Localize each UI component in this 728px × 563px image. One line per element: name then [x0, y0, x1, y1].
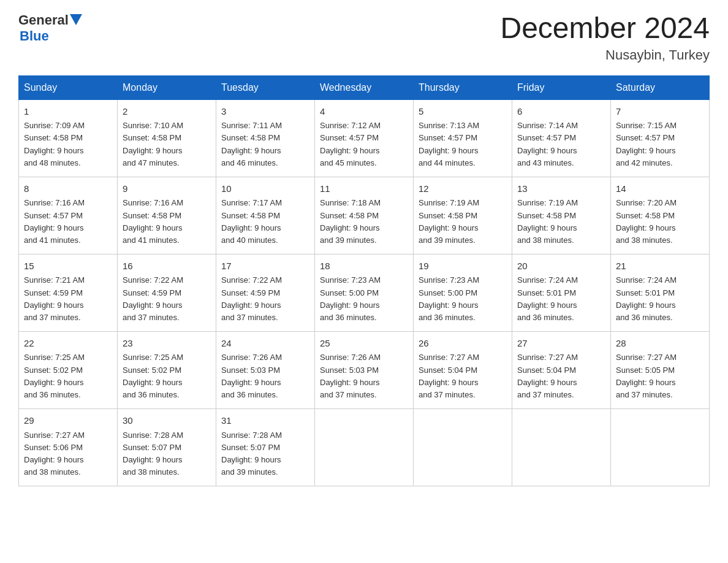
day-info: Sunrise: 7:28 AMSunset: 5:07 PMDaylight:… [221, 429, 309, 479]
day-info: Sunrise: 7:26 AMSunset: 5:03 PMDaylight:… [221, 351, 309, 401]
page-header: General Blue December 2024 Nusaybin, Tur… [18, 12, 710, 63]
day-cell: 5 Sunrise: 7:13 AMSunset: 4:57 PMDayligh… [414, 99, 512, 177]
day-number: 30 [123, 414, 211, 428]
day-cell: 13 Sunrise: 7:19 AMSunset: 4:58 PMDaylig… [512, 177, 611, 254]
day-cell [512, 409, 611, 486]
day-cell [611, 409, 710, 486]
day-info: Sunrise: 7:28 AMSunset: 5:07 PMDaylight:… [123, 429, 211, 479]
day-info: Sunrise: 7:27 AMSunset: 5:04 PMDaylight:… [419, 351, 507, 401]
day-info: Sunrise: 7:13 AMSunset: 4:57 PMDaylight:… [419, 120, 507, 169]
day-cell: 18 Sunrise: 7:23 AMSunset: 5:00 PMDaylig… [315, 254, 414, 331]
day-cell: 31 Sunrise: 7:28 AMSunset: 5:07 PMDaylig… [216, 409, 315, 486]
day-number: 29 [24, 414, 112, 428]
logo-general: General [18, 12, 69, 28]
week-row-4: 22 Sunrise: 7:25 AMSunset: 5:02 PMDaylig… [19, 331, 710, 408]
day-cell: 4 Sunrise: 7:12 AMSunset: 4:57 PMDayligh… [315, 99, 414, 177]
day-info: Sunrise: 7:11 AMSunset: 4:58 PMDaylight:… [221, 120, 309, 169]
day-info: Sunrise: 7:19 AMSunset: 4:58 PMDaylight:… [419, 197, 507, 247]
day-cell: 28 Sunrise: 7:27 AMSunset: 5:05 PMDaylig… [611, 331, 710, 408]
day-info: Sunrise: 7:16 AMSunset: 4:58 PMDaylight:… [123, 197, 211, 247]
weekday-header-row: SundayMondayTuesdayWednesdayThursdayFrid… [19, 75, 710, 99]
day-info: Sunrise: 7:10 AMSunset: 4:58 PMDaylight:… [123, 120, 211, 169]
location: Nusaybin, Turkey [500, 47, 710, 63]
logo: General Blue [18, 12, 82, 44]
day-cell: 27 Sunrise: 7:27 AMSunset: 5:04 PMDaylig… [512, 331, 611, 408]
week-row-3: 15 Sunrise: 7:21 AMSunset: 4:59 PMDaylig… [19, 254, 710, 331]
day-number: 20 [517, 259, 605, 274]
day-info: Sunrise: 7:25 AMSunset: 5:02 PMDaylight:… [123, 351, 211, 401]
day-number: 3 [221, 105, 309, 119]
day-info: Sunrise: 7:24 AMSunset: 5:01 PMDaylight:… [517, 274, 605, 324]
day-cell: 9 Sunrise: 7:16 AMSunset: 4:58 PMDayligh… [118, 177, 216, 254]
day-number: 11 [320, 182, 408, 196]
day-cell: 21 Sunrise: 7:24 AMSunset: 5:01 PMDaylig… [611, 254, 710, 331]
day-number: 24 [221, 337, 309, 351]
day-number: 15 [24, 259, 112, 274]
day-number: 10 [221, 182, 309, 196]
day-cell: 22 Sunrise: 7:25 AMSunset: 5:02 PMDaylig… [19, 331, 118, 408]
week-row-5: 29 Sunrise: 7:27 AMSunset: 5:06 PMDaylig… [19, 409, 710, 486]
week-row-2: 8 Sunrise: 7:16 AMSunset: 4:57 PMDayligh… [19, 177, 710, 254]
day-cell: 3 Sunrise: 7:11 AMSunset: 4:58 PMDayligh… [216, 99, 315, 177]
day-info: Sunrise: 7:27 AMSunset: 5:05 PMDaylight:… [616, 351, 704, 401]
day-number: 1 [24, 105, 112, 119]
day-number: 4 [320, 105, 408, 119]
day-info: Sunrise: 7:15 AMSunset: 4:57 PMDaylight:… [616, 120, 704, 169]
weekday-header-tuesday: Tuesday [216, 75, 315, 99]
day-cell: 23 Sunrise: 7:25 AMSunset: 5:02 PMDaylig… [118, 331, 216, 408]
week-row-1: 1 Sunrise: 7:09 AMSunset: 4:58 PMDayligh… [19, 99, 710, 177]
day-number: 12 [419, 182, 507, 196]
day-info: Sunrise: 7:23 AMSunset: 5:00 PMDaylight:… [419, 274, 507, 324]
day-number: 19 [419, 259, 507, 274]
day-number: 7 [616, 105, 704, 119]
weekday-header-thursday: Thursday [414, 75, 512, 99]
day-cell: 30 Sunrise: 7:28 AMSunset: 5:07 PMDaylig… [118, 409, 216, 486]
svg-marker-0 [70, 14, 82, 25]
day-number: 18 [320, 259, 408, 274]
day-cell: 25 Sunrise: 7:26 AMSunset: 5:03 PMDaylig… [315, 331, 414, 408]
day-cell: 11 Sunrise: 7:18 AMSunset: 4:58 PMDaylig… [315, 177, 414, 254]
day-cell: 12 Sunrise: 7:19 AMSunset: 4:58 PMDaylig… [414, 177, 512, 254]
weekday-header-friday: Friday [512, 75, 611, 99]
month-title: December 2024 [500, 12, 710, 45]
day-info: Sunrise: 7:14 AMSunset: 4:57 PMDaylight:… [517, 120, 605, 169]
day-cell: 1 Sunrise: 7:09 AMSunset: 4:58 PMDayligh… [19, 99, 118, 177]
day-cell: 6 Sunrise: 7:14 AMSunset: 4:57 PMDayligh… [512, 99, 611, 177]
day-info: Sunrise: 7:16 AMSunset: 4:57 PMDaylight:… [24, 197, 112, 247]
day-info: Sunrise: 7:27 AMSunset: 5:04 PMDaylight:… [517, 351, 605, 401]
title-area: December 2024 Nusaybin, Turkey [500, 12, 710, 63]
day-info: Sunrise: 7:25 AMSunset: 5:02 PMDaylight:… [24, 351, 112, 401]
day-cell [414, 409, 512, 486]
day-cell: 17 Sunrise: 7:22 AMSunset: 4:59 PMDaylig… [216, 254, 315, 331]
day-cell: 19 Sunrise: 7:23 AMSunset: 5:00 PMDaylig… [414, 254, 512, 331]
day-number: 31 [221, 414, 309, 428]
day-cell: 14 Sunrise: 7:20 AMSunset: 4:58 PMDaylig… [611, 177, 710, 254]
weekday-header-sunday: Sunday [19, 75, 118, 99]
day-cell: 16 Sunrise: 7:22 AMSunset: 4:59 PMDaylig… [118, 254, 216, 331]
day-number: 13 [517, 182, 605, 196]
day-cell: 20 Sunrise: 7:24 AMSunset: 5:01 PMDaylig… [512, 254, 611, 331]
day-info: Sunrise: 7:18 AMSunset: 4:58 PMDaylight:… [320, 197, 408, 247]
day-number: 21 [616, 259, 704, 274]
day-cell: 8 Sunrise: 7:16 AMSunset: 4:57 PMDayligh… [19, 177, 118, 254]
day-number: 2 [123, 105, 211, 119]
day-number: 8 [24, 182, 112, 196]
weekday-header-wednesday: Wednesday [315, 75, 414, 99]
day-info: Sunrise: 7:26 AMSunset: 5:03 PMDaylight:… [320, 351, 408, 401]
day-cell [315, 409, 414, 486]
day-cell: 10 Sunrise: 7:17 AMSunset: 4:58 PMDaylig… [216, 177, 315, 254]
weekday-header-saturday: Saturday [611, 75, 710, 99]
weekday-header-monday: Monday [118, 75, 216, 99]
day-info: Sunrise: 7:24 AMSunset: 5:01 PMDaylight:… [616, 274, 704, 324]
calendar-table: SundayMondayTuesdayWednesdayThursdayFrid… [18, 75, 710, 486]
day-number: 6 [517, 105, 605, 119]
day-cell: 24 Sunrise: 7:26 AMSunset: 5:03 PMDaylig… [216, 331, 315, 408]
day-info: Sunrise: 7:27 AMSunset: 5:06 PMDaylight:… [24, 429, 112, 479]
day-cell: 15 Sunrise: 7:21 AMSunset: 4:59 PMDaylig… [19, 254, 118, 331]
day-info: Sunrise: 7:23 AMSunset: 5:00 PMDaylight:… [320, 274, 408, 324]
day-cell: 7 Sunrise: 7:15 AMSunset: 4:57 PMDayligh… [611, 99, 710, 177]
day-number: 16 [123, 259, 211, 274]
day-info: Sunrise: 7:12 AMSunset: 4:57 PMDaylight:… [320, 120, 408, 169]
day-info: Sunrise: 7:09 AMSunset: 4:58 PMDaylight:… [24, 120, 112, 169]
day-number: 5 [419, 105, 507, 119]
